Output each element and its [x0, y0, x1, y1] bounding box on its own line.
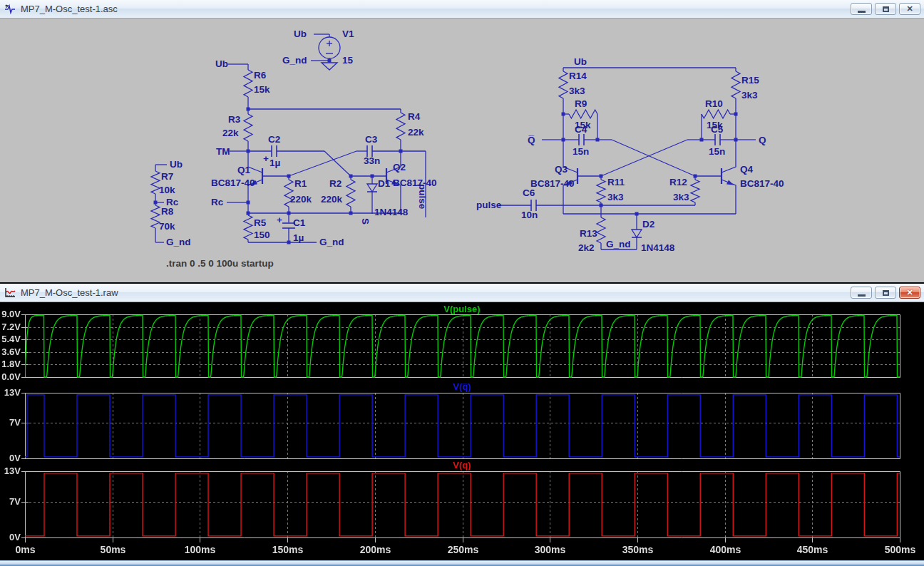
- schematic-label: C1: [293, 217, 306, 228]
- schematic-label: pulse: [417, 184, 428, 210]
- schematic-canvas-area[interactable]: UbV1G_nd15UbR615kR322kR422kTMC21µ+C333nQ…: [0, 19, 924, 282]
- schematic-label: R7: [161, 171, 173, 182]
- schematic-label: S: [360, 218, 371, 225]
- waveform-window: MP7_M-Osc_test-1.raw ✕: [0, 284, 924, 560]
- schematic-label: Q4: [740, 164, 754, 175]
- close-icon: ✕: [906, 289, 913, 297]
- minimize-button[interactable]: [851, 3, 872, 15]
- schematic-label: BC817-40: [530, 178, 575, 189]
- schematic-window-controls: ✕: [848, 3, 920, 15]
- schematic-label: BC817-40: [740, 178, 784, 189]
- schematic-label: Ub: [215, 58, 228, 69]
- schematic-label: +: [277, 215, 282, 225]
- schematic-label: 220k: [321, 194, 343, 205]
- schematic-label: 3k3: [569, 86, 585, 96]
- schematic-label: 10n: [521, 210, 538, 220]
- schematic-label: Q3: [555, 164, 568, 175]
- schematic-label: R4: [408, 111, 421, 122]
- schematic-label: R1: [294, 178, 307, 189]
- schematic-label: G_nd: [319, 237, 344, 247]
- schematic-label: C5: [711, 124, 724, 135]
- schematic-label: 3k3: [673, 192, 689, 202]
- schematic-label: V1: [342, 29, 354, 39]
- schematic-label: 1µ: [293, 232, 304, 243]
- schematic-label: Rc: [211, 197, 224, 207]
- schematic-label: 1N4148: [641, 242, 675, 253]
- schematic-label: 10k: [159, 185, 175, 195]
- close-button[interactable]: ✕: [899, 3, 920, 15]
- minimize-icon: [858, 294, 866, 297]
- restore-icon: [883, 6, 889, 12]
- waveform-icon: [4, 287, 16, 299]
- waveform-titlebar[interactable]: MP7_M-Osc_test-1.raw ✕: [0, 284, 924, 302]
- schematic-label: 33n: [364, 155, 380, 166]
- schematic-label: 2k2: [578, 242, 595, 253]
- schematic-label: R11: [607, 177, 625, 187]
- schematic-label: R8: [161, 206, 174, 217]
- schematic-label: R14: [569, 71, 587, 81]
- schematic-label: R15: [741, 75, 759, 86]
- schematic-label: BC817-40: [393, 177, 437, 188]
- schematic-label: R13: [580, 228, 597, 239]
- status-bar: [0, 560, 924, 566]
- schematic-label: 22k: [222, 128, 239, 138]
- schematic-label: C2: [268, 134, 280, 145]
- schematic-window-title: MP7_M-Osc_test-1.asc: [21, 4, 848, 14]
- minimize-button[interactable]: [851, 287, 872, 299]
- schematic-label: R10: [705, 98, 723, 109]
- schematic-label: Ub: [170, 159, 183, 170]
- minimize-icon: [858, 11, 866, 13]
- schematic-label: pulse: [476, 200, 502, 210]
- schematic-label: Q2: [393, 162, 406, 173]
- waveform-window-title: MP7_M-Osc_test-1.raw: [21, 287, 848, 298]
- schematic-label: Q1: [237, 165, 251, 175]
- schematic-label: C6: [523, 187, 535, 198]
- schematic-label: G_nd: [282, 55, 307, 66]
- schematic-label: G_nd: [166, 237, 191, 247]
- waveform-plot-area[interactable]: [0, 302, 924, 560]
- schematic-label: R6: [254, 70, 267, 81]
- schematic-label: TM: [216, 146, 230, 157]
- schematic-label: Q: [759, 135, 766, 145]
- schematic-label: G_nd: [606, 239, 631, 249]
- schematic-label: 1N4148: [374, 207, 409, 217]
- schematic-label: C4: [575, 124, 587, 135]
- schematic-label: 3k3: [741, 90, 758, 101]
- schematic-label: Ub: [294, 29, 307, 39]
- schematic-label: +: [263, 153, 269, 164]
- waveform-canvas[interactable]: [0, 302, 924, 560]
- schematic-titlebar[interactable]: MP7_M-Osc_test-1.asc ✕: [0, 0, 924, 19]
- schematic-label: 15n: [573, 146, 589, 157]
- close-button[interactable]: ✕: [899, 287, 920, 299]
- schematic-label: 15k: [254, 84, 270, 95]
- schematic-label: R9: [575, 98, 587, 109]
- schematic-label: Q̅: [528, 135, 535, 145]
- schematic-label: 15: [342, 55, 354, 66]
- restore-icon: [883, 290, 889, 296]
- schematic-label: D2: [642, 219, 654, 230]
- schematic-label: 15n: [709, 146, 725, 157]
- schematic-label: R5: [254, 217, 267, 228]
- schematic-label: 3k3: [607, 192, 624, 202]
- schematic-icon: [4, 4, 16, 15]
- schematic-svg[interactable]: UbV1G_nd15UbR615kR322kR422kTMC21µ+C333nQ…: [0, 19, 924, 282]
- schematic-label: 150: [254, 230, 270, 240]
- restore-button[interactable]: [875, 3, 896, 15]
- schematic-window: MP7_M-Osc_test-1.asc ✕ UbV1G_nd15UbR615k…: [0, 0, 924, 282]
- schematic-label: 1µ: [270, 158, 280, 168]
- schematic-label: BC817-40: [211, 177, 255, 188]
- schematic-label: R12: [669, 177, 687, 187]
- schematic-label: 22k: [408, 127, 424, 138]
- schematic-label: C3: [365, 134, 378, 145]
- schematic-label: R3: [228, 114, 241, 125]
- schematic-label: R2: [329, 178, 342, 189]
- restore-button[interactable]: [875, 287, 896, 299]
- spice-directive: .tran 0 .5 0 100u startup: [166, 258, 274, 269]
- waveform-window-controls: ✕: [848, 287, 920, 299]
- schematic-label: Ub: [574, 56, 587, 67]
- close-icon: ✕: [906, 5, 913, 13]
- schematic-label: 70k: [159, 221, 175, 232]
- schematic-label: 220k: [290, 194, 312, 205]
- schematic-label: D1: [378, 178, 391, 189]
